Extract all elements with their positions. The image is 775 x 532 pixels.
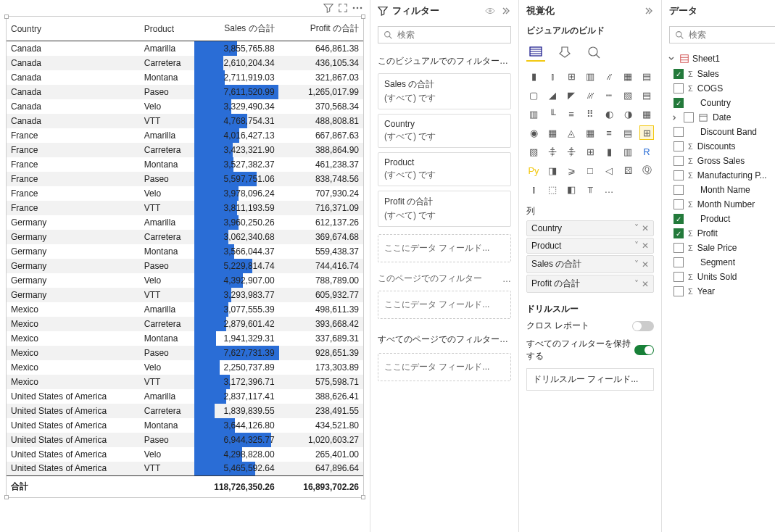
field-checkbox[interactable]: ✓	[674, 98, 684, 108]
viz-type-chip[interactable]: ▢	[526, 88, 541, 102]
field-well-item[interactable]: Profit の合計˅✕	[526, 275, 654, 293]
table-row[interactable]: United States of America VTT 5,465,592.6…	[7, 462, 363, 476]
remove-icon[interactable]: ✕	[642, 279, 649, 289]
viz-type-chip[interactable]: ┉	[602, 88, 616, 102]
focus-mode-icon[interactable]	[338, 3, 348, 13]
field-checkbox[interactable]	[674, 286, 684, 296]
field-row[interactable]: Month Name	[662, 183, 775, 197]
filter-icon[interactable]	[323, 3, 333, 13]
viz-type-chip[interactable]: □	[583, 163, 597, 178]
viz-type-chip[interactable]: ⩾	[564, 163, 579, 178]
resize-handle-br[interactable]	[361, 495, 365, 499]
filter-card[interactable]: Product(すべて) です	[378, 152, 511, 186]
viz-type-chip[interactable]: ≡	[602, 125, 616, 140]
resize-handle-tl[interactable]	[4, 14, 9, 19]
viz-type-chip[interactable]: …	[602, 182, 616, 196]
field-checkbox[interactable]	[674, 243, 684, 253]
table-row[interactable]: Mexico Montana 1,941,329.31 337,689.31	[7, 331, 363, 346]
chevron-down-icon[interactable]: ˅	[634, 223, 639, 233]
viz-type-chip[interactable]: ▦	[545, 125, 560, 140]
viz-type-chip[interactable]: ⚄	[621, 163, 635, 178]
remove-icon[interactable]: ✕	[642, 259, 649, 270]
table-row[interactable]: Germany Carretera 3,062,340.68 369,674.6…	[7, 230, 363, 244]
viz-type-chip[interactable]: ⫿	[545, 69, 560, 83]
table-row[interactable]: Canada Velo 3,329,490.34 370,568.34	[7, 99, 363, 114]
viz-type-chip[interactable]: Ⓠ	[639, 163, 654, 178]
viz-type-chip[interactable]: ▧	[526, 144, 541, 159]
table-row[interactable]: France VTT 3,811,193.59 716,371.09	[7, 201, 363, 215]
viz-type-chip[interactable]: ⬚	[545, 182, 560, 196]
col-header-profit[interactable]: Profit の合計	[279, 17, 363, 41]
table-row[interactable]: France Paseo 5,597,751.06 838,748.56	[7, 172, 363, 186]
drillthrough-field-dropzone[interactable]: ドリルスルー フィールド...	[526, 368, 654, 391]
viz-type-chip[interactable]: ⫿	[526, 182, 541, 196]
viz-type-chip[interactable]: ⊞	[583, 144, 597, 159]
table-row[interactable]: Germany VTT 3,293,983.77 605,932.77	[7, 288, 363, 302]
viz-type-chip[interactable]: ◬	[564, 125, 579, 140]
table-row[interactable]: Mexico Amarilla 3,077,555.39 498,611.39	[7, 302, 363, 317]
table-row[interactable]: Canada Paseo 7,611,520.99 1,265,017.99	[7, 85, 363, 99]
viz-type-chip[interactable]: ▥	[526, 107, 541, 121]
viz-type-chip[interactable]: ◑	[621, 107, 635, 121]
field-row[interactable]: ✓ΣSales	[662, 67, 775, 81]
viz-type-chip[interactable]: ▦	[621, 69, 635, 83]
table-row[interactable]: United States of America Velo 4,298,828.…	[7, 447, 363, 462]
field-checkbox[interactable]	[674, 185, 684, 195]
field-row[interactable]: ΣYear	[662, 284, 775, 299]
collapse-icon[interactable]	[644, 6, 654, 16]
chevron-down-icon[interactable]: ˅	[634, 279, 639, 289]
field-row-date[interactable]: Date	[662, 110, 775, 125]
field-checkbox[interactable]: ✓	[674, 228, 684, 238]
table-row[interactable]: France Montana 3,527,382.37 461,238.37	[7, 157, 363, 172]
viz-type-chip[interactable]: ◢	[545, 88, 560, 102]
analytics-tab-icon[interactable]	[584, 43, 603, 62]
table-row[interactable]: United States of America Carretera 1,839…	[7, 404, 363, 418]
field-checkbox[interactable]	[674, 141, 684, 151]
field-row[interactable]: ΣSale Price	[662, 241, 775, 255]
build-tab-icon[interactable]	[526, 43, 545, 62]
viz-type-chip[interactable]: ▮	[526, 69, 541, 83]
table-row[interactable]: United States of America Amarilla 2,837,…	[7, 389, 363, 404]
viz-type-chip[interactable]: ≡	[564, 107, 579, 121]
table-row[interactable]: Germany Velo 4,392,907.00 788,789.00	[7, 273, 363, 288]
filter-search-input[interactable]	[397, 30, 506, 40]
table-row[interactable]: United States of America Paseo 6,944,325…	[7, 433, 363, 447]
viz-type-chip[interactable]: ⸎	[545, 144, 560, 159]
viz-type-chip[interactable]: ⫻	[583, 88, 597, 102]
field-row[interactable]: Segment	[662, 255, 775, 270]
field-checkbox[interactable]	[674, 156, 684, 166]
col-header-country[interactable]: Country	[7, 17, 140, 41]
field-row[interactable]: ✓ΣProfit	[662, 226, 775, 241]
table-row[interactable]: France Amarilla 4,016,427.13 667,867.63	[7, 128, 363, 143]
table-row[interactable]: Germany Paseo 5,229,814.74 744,416.74	[7, 259, 363, 273]
table-row[interactable]: Mexico Carretera 2,879,601.42 393,668.42	[7, 317, 363, 331]
viz-type-chip[interactable]: ⫪	[583, 182, 597, 196]
viz-type-chip[interactable]: ◉	[526, 125, 541, 140]
remove-icon[interactable]: ✕	[642, 241, 649, 251]
viz-type-chip[interactable]: ▥	[621, 144, 635, 159]
data-search[interactable]	[669, 26, 775, 43]
table-row[interactable]: Mexico Paseo 7,627,731.39 928,651.39	[7, 346, 363, 360]
viz-type-chip[interactable]: ◧	[564, 182, 579, 196]
all-pages-filter-dropzone[interactable]: ここにデータ フィールド...	[378, 353, 511, 381]
field-checkbox[interactable]	[674, 199, 684, 209]
field-row[interactable]: ✓Product	[662, 212, 775, 226]
col-header-product[interactable]: Product	[140, 17, 195, 41]
data-search-input[interactable]	[689, 30, 775, 40]
table-visual[interactable]: Country Product Sales の合計 Profit の合計 Can…	[6, 16, 364, 498]
viz-type-chip[interactable]: ▮	[602, 144, 616, 159]
field-checkbox[interactable]: ✓	[674, 69, 684, 79]
viz-type-chip[interactable]: ▤	[639, 88, 654, 102]
table-row[interactable]: Canada Montana 2,711,919.03 321,867.03	[7, 70, 363, 85]
table-row[interactable]: Canada Amarilla 3,855,765.88 646,861.38	[7, 41, 363, 56]
table-row[interactable]: Mexico VTT 3,172,396.71 575,598.71	[7, 375, 363, 389]
table-row[interactable]: Germany Amarilla 3,960,250.26 612,137.26	[7, 215, 363, 230]
field-checkbox[interactable]	[674, 83, 684, 93]
field-checkbox[interactable]	[684, 112, 694, 122]
viz-type-chip[interactable]: ⊞	[564, 69, 579, 83]
field-row[interactable]: ΣDiscounts	[662, 139, 775, 154]
collapse-icon[interactable]	[501, 6, 511, 16]
filter-card[interactable]: Profit の合計(すべて) です	[378, 191, 511, 227]
table-row[interactable]: Germany Montana 3,566,044.37 559,438.37	[7, 244, 363, 259]
field-row[interactable]: ΣGross Sales	[662, 154, 775, 168]
